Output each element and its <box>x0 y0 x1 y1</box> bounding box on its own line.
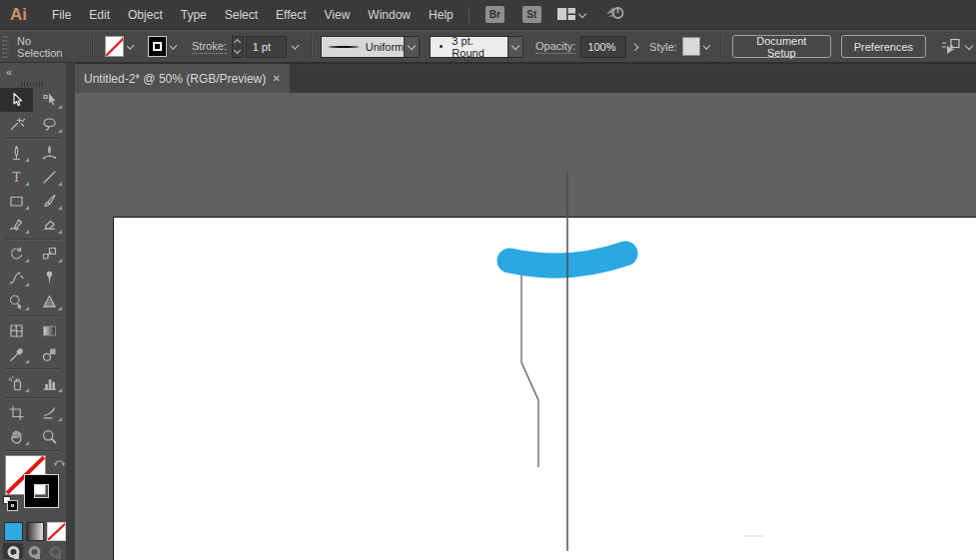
tool-group-separator <box>5 239 61 240</box>
direct-selection-tool[interactable] <box>33 88 66 112</box>
eyedropper-tool[interactable] <box>0 342 33 366</box>
canvas[interactable] <box>75 93 976 560</box>
stroke-weight-stepper[interactable] <box>232 36 244 58</box>
selection-tool[interactable] <box>0 88 33 112</box>
symbol-sprayer-tool[interactable] <box>0 371 33 395</box>
shaper-tool[interactable] <box>0 213 33 237</box>
preferences-button[interactable]: Preferences <box>841 35 926 58</box>
control-bar: No Selection Stroke: 1 pt Uniform <box>0 30 976 63</box>
document-tab[interactable]: Untitled-2* @ 50% (RGB/Preview) ✕ <box>75 64 290 93</box>
perspective-grid-tool[interactable] <box>33 289 66 313</box>
draw-inside-icon <box>49 545 62 559</box>
arrange-options[interactable] <box>940 38 976 55</box>
color-button[interactable] <box>4 522 23 541</box>
pen-tool[interactable] <box>0 141 33 165</box>
draw-inside-mode[interactable] <box>45 543 65 559</box>
collapse-panel-icon[interactable]: « <box>6 66 11 78</box>
rotate-tool[interactable] <box>0 242 33 266</box>
opacity-input[interactable]: 100% <box>580 36 625 58</box>
line-segment-tool[interactable] <box>33 165 66 189</box>
menu-help[interactable]: Help <box>420 0 463 30</box>
width-profile-chevron[interactable] <box>405 36 420 58</box>
gradient-button[interactable] <box>26 522 45 541</box>
default-fill-stroke-button[interactable] <box>3 496 19 512</box>
bridge-button[interactable]: Br <box>486 6 504 23</box>
hand-tool[interactable] <box>0 424 33 448</box>
flyout-indicator <box>58 105 62 109</box>
draw-normal-icon <box>7 545 20 559</box>
eraser-tool[interactable] <box>33 213 66 237</box>
draw-normal-mode[interactable] <box>3 543 23 559</box>
zoom-tool[interactable] <box>33 424 66 448</box>
brush-dropdown[interactable]: 3 pt. Round <box>430 36 507 58</box>
menu-object[interactable]: Object <box>119 0 172 30</box>
rectangle-tool[interactable] <box>0 189 33 213</box>
width-tool[interactable] <box>0 266 33 289</box>
flyout-indicator <box>58 388 62 392</box>
stroke-ring-icon <box>153 42 162 51</box>
paintbrush-tool[interactable] <box>33 189 66 213</box>
chevron-down-icon <box>965 41 973 49</box>
mesh-tool[interactable] <box>0 318 33 342</box>
fill-stroke-indicator <box>0 453 66 519</box>
draw-behind-mode[interactable] <box>24 543 44 559</box>
workspace-switcher[interactable] <box>557 8 589 21</box>
lasso-tool[interactable] <box>33 112 66 136</box>
share-button[interactable] <box>603 4 625 25</box>
stroke-dropdown-chevron[interactable] <box>169 41 177 49</box>
fill-dropdown-chevron[interactable] <box>127 41 135 49</box>
none-button[interactable] <box>47 522 66 541</box>
artboard-tool[interactable] <box>0 400 33 424</box>
shape-builder-tool[interactable] <box>0 289 33 313</box>
scale-tool[interactable] <box>33 242 66 266</box>
document-setup-button[interactable]: Document Setup <box>732 35 831 58</box>
width-profile-dropdown[interactable]: Uniform <box>321 36 406 58</box>
menu-view[interactable]: View <box>316 0 360 30</box>
curvature-tool[interactable] <box>33 141 66 165</box>
tools-panel: « <box>0 63 66 560</box>
document-area: Untitled-2* @ 50% (RGB/Preview) ✕ <box>75 63 976 560</box>
column-graph-tool[interactable] <box>33 371 66 395</box>
stroke-color-swatch[interactable] <box>148 36 167 57</box>
chevron-down-icon <box>408 41 416 49</box>
stroke-weight-input[interactable]: 1 pt <box>246 36 288 58</box>
menu-edit[interactable]: Edit <box>80 0 119 30</box>
menu-select[interactable]: Select <box>216 0 267 30</box>
app-logo: Ai <box>10 5 27 25</box>
type-tool[interactable]: T <box>0 165 33 189</box>
magic-wand-tool[interactable] <box>0 112 33 136</box>
fill-color-swatch[interactable] <box>105 36 124 57</box>
menu-window[interactable]: Window <box>359 0 420 30</box>
tools-dock: « <box>0 63 75 560</box>
stroke-weight-label[interactable]: Stroke: <box>192 40 227 54</box>
stepper-down-icon <box>234 47 241 54</box>
flyout-indicator <box>25 388 29 392</box>
close-tab-icon[interactable]: ✕ <box>273 73 281 84</box>
document-tab-bar: Untitled-2* @ 50% (RGB/Preview) ✕ <box>75 63 976 93</box>
separator <box>92 36 93 58</box>
opacity-label[interactable]: Opacity: <box>535 40 575 54</box>
arrange-icon <box>940 38 962 55</box>
menu-type[interactable]: Type <box>172 0 216 30</box>
blend-tool[interactable] <box>33 342 66 366</box>
flyout-indicator <box>58 259 62 263</box>
artwork-layer <box>75 93 976 560</box>
brush-chevron[interactable] <box>508 36 523 58</box>
menu-effect[interactable]: Effect <box>267 0 315 30</box>
panel-drag-handle[interactable] <box>21 82 45 87</box>
menu-file[interactable]: File <box>43 0 80 30</box>
flyout-indicator <box>58 129 62 133</box>
stock-button[interactable]: St <box>522 6 541 23</box>
gradient-tool[interactable] <box>33 318 66 342</box>
flyout-indicator <box>25 259 29 263</box>
puppet-warp-tool[interactable] <box>33 266 66 289</box>
stroke-weight-chevron[interactable] <box>292 41 300 49</box>
bent-path-line[interactable] <box>521 262 538 467</box>
swap-fill-stroke-button[interactable] <box>53 454 66 472</box>
style-chevron[interactable] <box>702 41 710 49</box>
panel-grip[interactable] <box>2 35 9 59</box>
opacity-expand-chevron[interactable] <box>630 42 638 50</box>
style-swatch[interactable] <box>682 37 700 56</box>
stroke-swatch-black[interactable] <box>25 475 58 507</box>
slice-tool[interactable] <box>33 400 66 424</box>
